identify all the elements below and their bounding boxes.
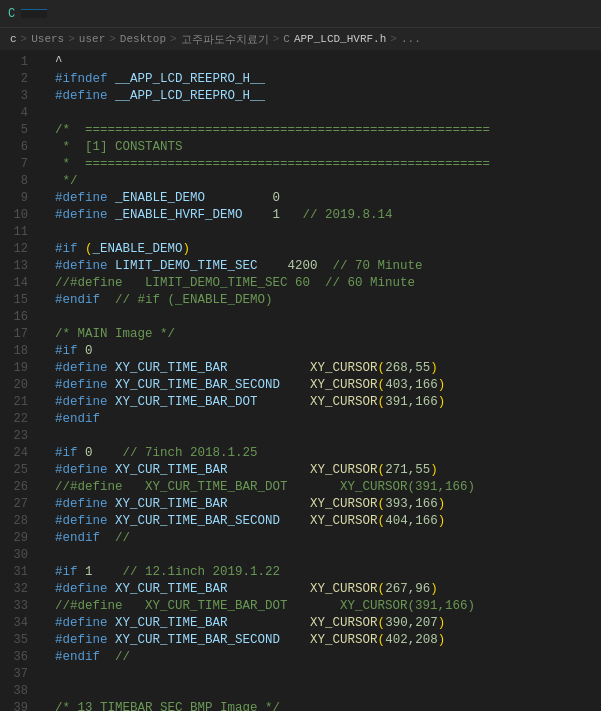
line-number: 37	[0, 666, 28, 683]
breadcrumb-user: user	[79, 33, 105, 45]
line-number: 13	[0, 258, 28, 275]
editor: 1234567891011121314151617181920212223242…	[0, 50, 601, 711]
code-line	[40, 105, 601, 122]
code-line: #define _ENABLE_HVRF_DEMO 1 // 2019.8.14	[40, 207, 601, 224]
code-line	[40, 666, 601, 683]
line-number: 4	[0, 105, 28, 122]
line-number: 2	[0, 71, 28, 88]
line-number: 21	[0, 394, 28, 411]
code-line: #if 0 // 7inch 2018.1.25	[40, 445, 601, 462]
line-number: 14	[0, 275, 28, 292]
line-number: 11	[0, 224, 28, 241]
breadcrumb-desktop: Desktop	[120, 33, 166, 45]
breadcrumb-c: c	[10, 33, 17, 45]
file-icon: C	[8, 7, 15, 21]
line-number: 30	[0, 547, 28, 564]
code-line: ^	[40, 54, 601, 71]
code-line: #if 0	[40, 343, 601, 360]
line-number: 15	[0, 292, 28, 309]
line-number: 6	[0, 139, 28, 156]
line-number: 38	[0, 683, 28, 700]
code-line	[40, 683, 601, 700]
code-line: * ======================================…	[40, 156, 601, 173]
code-line: #define LIMIT_DEMO_TIME_SEC 4200 // 70 M…	[40, 258, 601, 275]
code-line: //#define LIMIT_DEMO_TIME_SEC 60 // 60 M…	[40, 275, 601, 292]
code-line: #if (_ENABLE_DEMO)	[40, 241, 601, 258]
code-line: * [1] CONSTANTS	[40, 139, 601, 156]
line-number: 26	[0, 479, 28, 496]
code-line: /* MAIN Image */	[40, 326, 601, 343]
breadcrumb: c > Users > user > Desktop > 고주파도수치료기 > …	[0, 28, 601, 50]
line-number: 34	[0, 615, 28, 632]
line-number: 5	[0, 122, 28, 139]
code-line: */	[40, 173, 601, 190]
line-numbers: 1234567891011121314151617181920212223242…	[0, 50, 36, 711]
line-number: 36	[0, 649, 28, 666]
breadcrumb-ellipsis: ...	[401, 33, 421, 45]
line-number: 23	[0, 428, 28, 445]
code-line	[40, 309, 601, 326]
line-number: 39	[0, 700, 28, 711]
code-line: //#define XY_CUR_TIME_BAR_DOT XY_CURSOR(…	[40, 479, 601, 496]
code-line: #define XY_CUR_TIME_BAR_SECOND XY_CURSOR…	[40, 632, 601, 649]
line-number: 20	[0, 377, 28, 394]
code-line: #endif	[40, 411, 601, 428]
code-line: #endif // #if (_ENABLE_DEMO)	[40, 292, 601, 309]
code-line: #define XY_CUR_TIME_BAR XY_CURSOR(271,55…	[40, 462, 601, 479]
line-number: 35	[0, 632, 28, 649]
breadcrumb-users: Users	[31, 33, 64, 45]
code-line: #endif //	[40, 530, 601, 547]
breadcrumb-folder: 고주파도수치료기	[181, 32, 269, 47]
line-number: 8	[0, 173, 28, 190]
line-number: 31	[0, 564, 28, 581]
code-line	[40, 224, 601, 241]
code-line	[40, 547, 601, 564]
code-line	[40, 428, 601, 445]
line-number: 22	[0, 411, 28, 428]
code-area[interactable]: ^ #ifndef __APP_LCD_REEPRO_H__ #define _…	[36, 50, 601, 711]
code-line: //#define XY_CUR_TIME_BAR_DOT XY_CURSOR(…	[40, 598, 601, 615]
code-line: #ifndef __APP_LCD_REEPRO_H__	[40, 71, 601, 88]
code-line: #if 1 // 12.1inch 2019.1.22	[40, 564, 601, 581]
code-line: #define XY_CUR_TIME_BAR XY_CURSOR(390,20…	[40, 615, 601, 632]
line-number: 12	[0, 241, 28, 258]
line-number: 7	[0, 156, 28, 173]
breadcrumb-filename: APP_LCD_HVRF.h	[294, 33, 386, 45]
code-line: #define XY_CUR_TIME_BAR XY_CURSOR(393,16…	[40, 496, 601, 513]
code-line: #define XY_CUR_TIME_BAR_SECOND XY_CURSOR…	[40, 513, 601, 530]
code-line: #define __APP_LCD_REEPRO_H__	[40, 88, 601, 105]
line-number: 9	[0, 190, 28, 207]
line-number: 27	[0, 496, 28, 513]
code-line: #define XY_CUR_TIME_BAR XY_CURSOR(268,55…	[40, 360, 601, 377]
line-number: 25	[0, 462, 28, 479]
line-number: 28	[0, 513, 28, 530]
line-number: 1	[0, 54, 28, 71]
code-line: /* 13_TIMEBAR_SEC BMP Image */	[40, 700, 601, 711]
line-number: 24	[0, 445, 28, 462]
line-number: 3	[0, 88, 28, 105]
code-line: #define XY_CUR_TIME_BAR_SECOND XY_CURSOR…	[40, 377, 601, 394]
tab[interactable]	[21, 9, 47, 18]
line-number: 19	[0, 360, 28, 377]
line-number: 18	[0, 343, 28, 360]
code-line: #define XY_CUR_TIME_BAR_DOT XY_CURSOR(39…	[40, 394, 601, 411]
code-line: #endif //	[40, 649, 601, 666]
line-number: 16	[0, 309, 28, 326]
line-number: 29	[0, 530, 28, 547]
code-line: #define _ENABLE_DEMO 0	[40, 190, 601, 207]
line-number: 10	[0, 207, 28, 224]
code-line: #define XY_CUR_TIME_BAR XY_CURSOR(267,96…	[40, 581, 601, 598]
line-number: 17	[0, 326, 28, 343]
title-bar: C	[0, 0, 601, 28]
code-line: /* =====================================…	[40, 122, 601, 139]
breadcrumb-c2: C	[283, 33, 290, 45]
line-number: 33	[0, 598, 28, 615]
line-number: 32	[0, 581, 28, 598]
